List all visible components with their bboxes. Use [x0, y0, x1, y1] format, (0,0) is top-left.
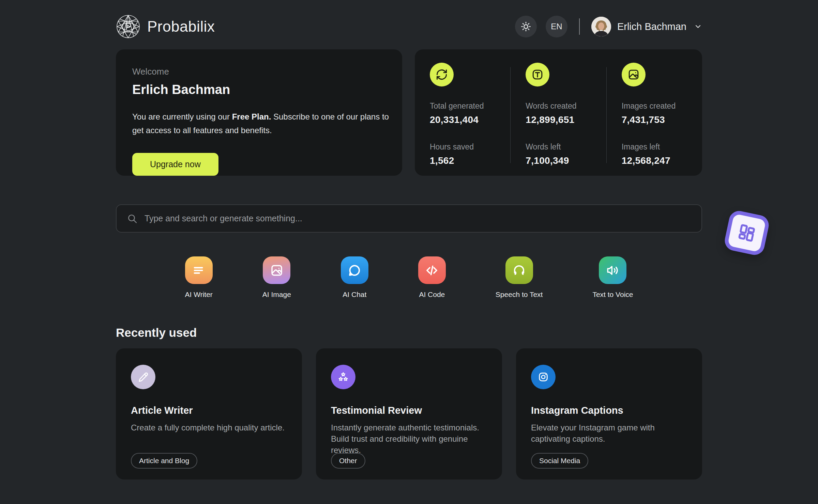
top-cards-row: Welcome Erlich Bachman You are currently… — [116, 49, 702, 176]
chat-bubble-icon — [341, 256, 368, 284]
stat-column-images: Images created 7,431,753 Images left 12,… — [607, 63, 702, 176]
recent-card-instagram-captions[interactable]: Instagram Captions Elevate your Instagra… — [516, 348, 702, 479]
chevron-down-icon — [694, 22, 702, 31]
dashboard-page: Probabilix EN — [0, 0, 818, 504]
brand-home-link[interactable]: Probabilix — [116, 14, 215, 39]
recent-card-article-writer[interactable]: Article Writer Create a fully complete h… — [116, 348, 302, 479]
stat-label: Words created — [526, 101, 606, 111]
pencil-icon — [131, 365, 155, 389]
code-icon — [418, 256, 446, 284]
tool-speech-to-text[interactable]: Speech to Text — [496, 256, 543, 299]
stat-label: Total generated — [430, 101, 510, 111]
plan-name: Free Plan. — [232, 112, 271, 121]
search-input[interactable] — [145, 214, 691, 223]
plan-description: You are currently using our Free Plan. S… — [132, 110, 395, 137]
text-icon — [526, 63, 549, 86]
category-tag: Social Media — [531, 453, 588, 469]
stat-value: 7,100,349 — [526, 155, 606, 166]
stat-value: 20,331,404 — [430, 114, 510, 125]
headphones-icon — [505, 256, 533, 284]
brand-name: Probabilix — [147, 18, 215, 35]
tools-row: AI Writer AI Image AI Ch — [116, 256, 702, 299]
stat-label: Images left — [622, 142, 702, 152]
image-icon — [622, 63, 646, 86]
recent-card-testimonial-review[interactable]: Testimonial Review Instantly generate au… — [316, 348, 502, 479]
card-title: Article Writer — [131, 405, 287, 416]
category-tag: Article and Blog — [131, 453, 197, 469]
stat-column-words: Words created 12,899,651 Words left 7,10… — [511, 63, 606, 176]
header-divider — [579, 18, 580, 35]
tool-ai-writer[interactable]: AI Writer — [185, 256, 213, 299]
tool-text-to-voice[interactable]: Text to Voice — [592, 256, 633, 299]
stat-value: 1,562 — [430, 155, 510, 166]
search-icon — [127, 213, 138, 224]
floating-apps-widget[interactable] — [723, 209, 771, 257]
picture-icon — [263, 256, 290, 284]
stat-value: 12,899,651 — [526, 114, 606, 125]
sun-icon — [520, 21, 531, 32]
card-description: Instantly generate authentic testimonial… — [331, 422, 488, 456]
header-actions: EN Erlich Bachman — [515, 16, 702, 37]
header: Probabilix EN — [116, 0, 702, 39]
stars-icon — [331, 365, 355, 389]
text-lines-icon — [185, 256, 213, 284]
search-bar — [116, 204, 702, 233]
card-description: Elevate your Instagram game with captiva… — [531, 422, 688, 444]
probabilix-logo-icon — [116, 14, 140, 39]
stat-column-total: Total generated 20,331,404 Hours saved 1… — [415, 63, 510, 176]
tool-ai-code[interactable]: AI Code — [418, 256, 446, 299]
card-title: Testimonial Review — [331, 405, 487, 416]
dashboard-grid-icon — [736, 222, 758, 244]
upgrade-now-button[interactable]: Upgrade now — [132, 153, 218, 176]
instagram-icon — [531, 365, 556, 389]
stat-value: 12,568,247 — [622, 155, 702, 166]
category-tag: Other — [331, 453, 365, 469]
stat-label: Hours saved — [430, 142, 510, 152]
stat-label: Words left — [526, 142, 606, 152]
stat-label: Images created — [622, 101, 702, 111]
user-name: Erlich Bachman — [617, 21, 686, 32]
recently-used-heading: Recently used — [116, 326, 702, 340]
welcome-label: Welcome — [132, 66, 386, 77]
speaker-icon — [599, 256, 626, 284]
tool-ai-chat[interactable]: AI Chat — [341, 256, 368, 299]
card-description: Create a fully complete high quality art… — [131, 422, 288, 433]
card-title: Instagram Captions — [531, 405, 687, 416]
usage-stats-card: Total generated 20,331,404 Hours saved 1… — [415, 49, 702, 176]
theme-toggle-button[interactable] — [515, 16, 537, 37]
welcome-card: Welcome Erlich Bachman You are currently… — [116, 49, 402, 176]
welcome-user-name: Erlich Bachman — [132, 82, 386, 97]
stat-value: 7,431,753 — [622, 114, 702, 125]
user-menu[interactable]: Erlich Bachman — [591, 17, 702, 36]
avatar — [591, 17, 611, 36]
tool-ai-image[interactable]: AI Image — [262, 256, 291, 299]
refresh-icon — [430, 63, 454, 86]
language-button[interactable]: EN — [546, 16, 567, 37]
recently-used-row: Article Writer Create a fully complete h… — [116, 348, 702, 479]
